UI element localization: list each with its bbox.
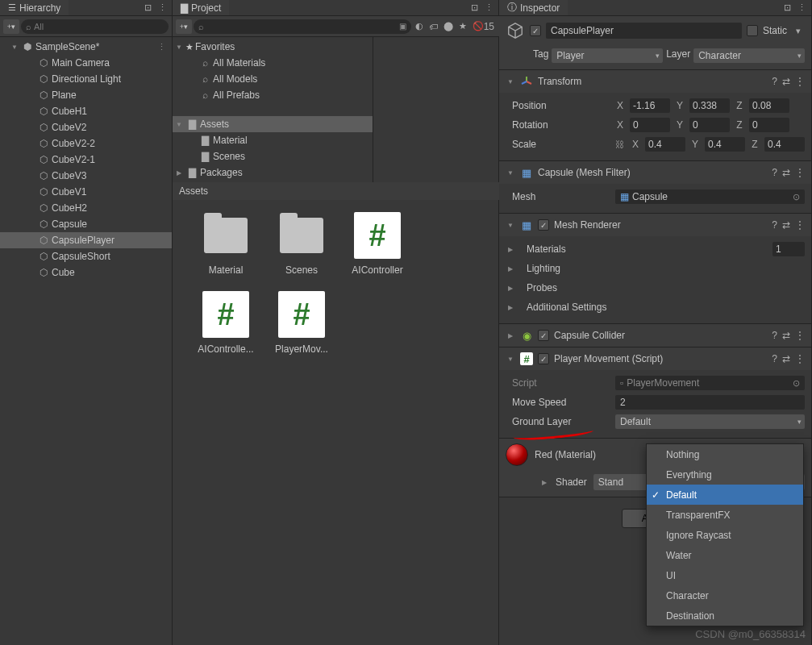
favorite-item[interactable]: ⌕All Materials — [173, 55, 373, 71]
scale-x[interactable] — [645, 137, 685, 152]
layer-option[interactable]: TransparentFX — [647, 505, 803, 525]
expand-icon[interactable]: ▼ — [174, 44, 184, 51]
hierarchy-item[interactable]: ⬡CubeV3 — [0, 168, 172, 184]
scene-row[interactable]: ▼ ⬢ SampleScene* ⋮ — [0, 39, 172, 55]
hierarchy-item[interactable]: ⬡CubeV2-1 — [0, 152, 172, 168]
menu-icon[interactable]: ⋮ — [795, 330, 805, 341]
layer-option[interactable]: Ignore Raycast — [647, 525, 803, 545]
hierarchy-item[interactable]: ⬡CubeV2-2 — [0, 135, 172, 152]
expand-icon[interactable]: ▶ — [506, 332, 515, 339]
help-icon[interactable]: ? — [772, 353, 777, 364]
hierarchy-item[interactable]: ⬡Directional Light — [0, 71, 172, 87]
star-icon[interactable]: ★ — [456, 20, 469, 33]
asset-tree-item[interactable]: ▇Scenes — [173, 148, 373, 164]
active-checkbox[interactable] — [530, 25, 541, 36]
rotation-x[interactable] — [630, 118, 670, 132]
collapse-icon[interactable]: ▼ — [506, 222, 515, 229]
layer-option[interactable]: UI — [647, 565, 803, 585]
warning-icon[interactable]: ⬤ — [442, 20, 455, 33]
tag-dropdown[interactable]: Player — [552, 48, 663, 63]
preset-icon[interactable]: ⇄ — [782, 167, 790, 178]
favorite-item[interactable]: ⌕All Models — [173, 71, 373, 87]
hierarchy-item[interactable]: ⬡Main Camera — [0, 55, 172, 71]
script-checkbox[interactable] — [538, 353, 549, 364]
favorites-row[interactable]: ▼ ★ Favorites — [173, 39, 373, 55]
expand-icon[interactable]: ▼ — [174, 121, 184, 128]
project-search[interactable]: ⌕ ▣ — [194, 19, 411, 34]
menu-icon[interactable]: ⋮ — [795, 219, 805, 231]
layer-option[interactable]: Nothing — [647, 444, 803, 464]
collapse-icon[interactable]: ▼ — [506, 169, 515, 177]
label-icon[interactable]: 🏷 — [427, 20, 440, 33]
gameobject-name-input[interactable] — [546, 23, 742, 39]
lock-icon[interactable]: ⊡ — [781, 2, 793, 15]
object-picker-icon[interactable]: ⊙ — [793, 192, 800, 202]
hierarchy-item[interactable]: ⬡CubeV1 — [0, 184, 172, 200]
popout-icon[interactable]: ⊡ — [468, 2, 481, 15]
ground-layer-dropdown[interactable]: Default — [615, 414, 805, 429]
hierarchy-search[interactable]: ⌕ — [21, 19, 169, 34]
create-dropdown[interactable]: +▾ — [176, 19, 192, 34]
hierarchy-item[interactable]: ⬡Capsule — [0, 216, 172, 232]
gameobject-icon[interactable] — [506, 21, 525, 40]
scale-z[interactable] — [764, 137, 805, 152]
hierarchy-tab[interactable]: ☰Hierarchy — [0, 0, 69, 15]
playermovement-header[interactable]: ▼ # Player Movement (Script) ?⇄⋮ — [499, 347, 811, 370]
object-picker-icon[interactable]: ⊙ — [793, 378, 800, 389]
preset-icon[interactable]: ⇄ — [782, 219, 790, 231]
layer-option[interactable]: Destination — [647, 605, 803, 626]
asset-item[interactable]: #PlayerMov... — [268, 290, 335, 355]
meshrenderer-checkbox[interactable] — [538, 219, 549, 231]
capsulecollider-header[interactable]: ▶ ◉ Capsule Collider ?⇄⋮ — [499, 324, 811, 347]
meshfilter-header[interactable]: ▼ ▦ Capsule (Mesh Filter) ?⇄⋮ — [499, 161, 811, 184]
layer-option[interactable]: Default — [647, 485, 803, 505]
rotation-y[interactable] — [689, 118, 730, 132]
position-y[interactable] — [689, 98, 730, 113]
context-menu-icon[interactable]: ⋮ — [156, 2, 169, 15]
move-speed-input[interactable] — [615, 395, 805, 410]
collapse-icon[interactable]: ▼ — [506, 356, 515, 363]
layer-option[interactable]: Water — [647, 545, 803, 565]
hierarchy-search-input[interactable] — [34, 22, 164, 31]
hierarchy-item[interactable]: ⬡CapsuleShort — [0, 248, 172, 264]
create-dropdown[interactable]: +▾ — [3, 19, 19, 34]
expand-icon[interactable]: ▶ — [539, 479, 549, 486]
project-search-input[interactable] — [206, 22, 397, 31]
scene-menu-icon[interactable]: ⋮ — [157, 40, 170, 53]
help-icon[interactable]: ? — [772, 167, 777, 178]
mesh-field[interactable]: ▦Capsule⊙ — [615, 189, 805, 204]
project-tab[interactable]: ▇Project — [173, 0, 229, 15]
asset-item[interactable]: #AIControlle... — [192, 290, 260, 355]
layer-dropdown[interactable]: Character — [693, 48, 805, 63]
assets-row[interactable]: ▼ ▇ Assets — [173, 116, 373, 132]
position-z[interactable] — [749, 98, 789, 113]
transform-header[interactable]: ▼ Transform ?⇄⋮ — [499, 70, 811, 93]
capsulecollider-checkbox[interactable] — [538, 330, 549, 341]
menu-icon[interactable]: ⋮ — [795, 353, 805, 364]
rotation-z[interactable] — [749, 118, 789, 132]
filter-icon[interactable]: ◐ — [413, 20, 426, 33]
hierarchy-item[interactable]: ⬡CapsulePlayer — [0, 232, 172, 248]
asset-item[interactable]: #AIController — [344, 211, 411, 276]
layer-option[interactable]: Everything — [647, 464, 803, 485]
static-dropdown-icon[interactable]: ▾ — [792, 24, 805, 37]
preset-icon[interactable]: ⇄ — [782, 353, 790, 364]
hierarchy-item[interactable]: ⬡Plane — [0, 87, 172, 103]
menu-icon[interactable]: ⋮ — [795, 76, 805, 87]
popout-icon[interactable]: ⊡ — [141, 2, 154, 15]
hierarchy-item[interactable]: ⬡CubeV2 — [0, 119, 172, 135]
materials-count[interactable] — [772, 242, 805, 256]
static-checkbox[interactable] — [747, 25, 758, 36]
menu-icon[interactable]: ⋮ — [795, 167, 805, 178]
scale-y[interactable] — [705, 137, 745, 152]
collapse-icon[interactable]: ▼ — [506, 78, 515, 85]
context-menu-icon[interactable]: ⋮ — [482, 2, 495, 15]
asset-tree-item[interactable]: ▇Material — [173, 132, 373, 148]
layer-option[interactable]: Character — [647, 585, 803, 605]
hidden-count[interactable]: 🚫15 — [471, 20, 496, 33]
expand-icon[interactable]: ▼ — [10, 44, 19, 51]
hierarchy-item[interactable]: ⬡Cube — [0, 264, 172, 281]
context-menu-icon[interactable]: ⋮ — [795, 2, 808, 15]
hierarchy-item[interactable]: ⬡CubeH2 — [0, 200, 172, 216]
favorite-item[interactable]: ⌕All Prefabs — [173, 87, 373, 103]
